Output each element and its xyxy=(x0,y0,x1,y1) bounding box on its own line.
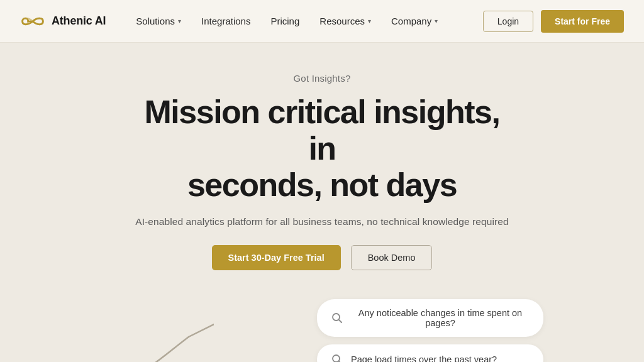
login-button[interactable]: Login xyxy=(483,11,533,32)
logo-link[interactable]: Athenic AI xyxy=(20,13,106,30)
search-icon xyxy=(331,312,343,324)
start-free-button[interactable]: Start for Free xyxy=(541,10,624,33)
trial-button[interactable]: Start 30-Day Free Trial xyxy=(212,245,341,270)
query-section: Any noticeable changes in time spent on … xyxy=(0,293,644,362)
nav-pricing[interactable]: Pricing xyxy=(270,16,299,26)
chevron-down-icon: ▾ xyxy=(368,18,371,25)
search-icon xyxy=(331,353,343,362)
demo-button[interactable]: Book Demo xyxy=(351,245,433,270)
nav-resources[interactable]: Resources ▾ xyxy=(319,16,371,26)
navbar: Athenic AI Solutions ▾ Integrations Pric… xyxy=(0,0,644,43)
logo-icon xyxy=(20,13,45,30)
nav-solutions[interactable]: Solutions ▾ xyxy=(136,16,181,26)
hero-headline: Mission critical insights, in seconds, n… xyxy=(133,94,511,204)
chevron-down-icon: ▾ xyxy=(178,18,181,25)
hero-subtext: AI-enabled analytics platform for all bu… xyxy=(0,216,644,228)
svg-point-1 xyxy=(333,355,340,362)
chevron-down-icon: ▾ xyxy=(435,18,438,25)
hero-buttons: Start 30-Day Free Trial Book Demo xyxy=(0,245,644,270)
query-card[interactable]: Page load times over the past year? xyxy=(317,344,543,362)
hero-eyebrow: Got Insights? xyxy=(0,73,644,84)
nav-integrations[interactable]: Integrations xyxy=(201,16,250,26)
nav-links: Solutions ▾ Integrations Pricing Resourc… xyxy=(136,16,482,26)
nav-company[interactable]: Company ▾ xyxy=(391,16,438,26)
query-card[interactable]: Any noticeable changes in time spent on … xyxy=(317,299,543,337)
query-text: Page load times over the past year? xyxy=(351,354,497,362)
svg-point-0 xyxy=(333,314,340,321)
decorative-curve xyxy=(0,318,214,362)
query-text: Any noticeable changes in time spent on … xyxy=(351,308,530,328)
logo-text: Athenic AI xyxy=(52,14,106,28)
query-cards: Any noticeable changes in time spent on … xyxy=(317,299,543,362)
nav-actions: Login Start for Free xyxy=(483,10,624,33)
hero-section: Got Insights? Mission critical insights,… xyxy=(0,43,644,362)
